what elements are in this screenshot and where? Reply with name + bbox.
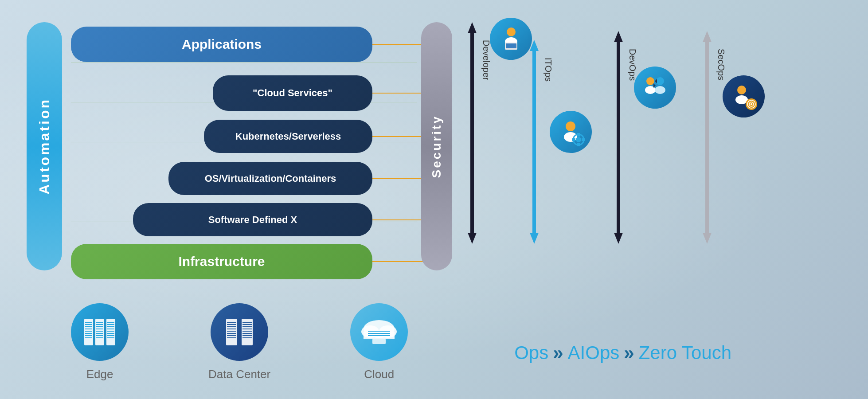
zero-touch-text: Zero Touch [639, 342, 731, 364]
devops-person-icon [641, 73, 669, 102]
svg-rect-74 [227, 329, 236, 329]
developer-arrow [465, 22, 479, 244]
svg-rect-57 [96, 331, 103, 332]
svg-rect-72 [227, 324, 236, 325]
layer-software-defined: Software Defined X [133, 203, 372, 236]
ops-progression: Ops » AIOps » Zero Touch [514, 342, 731, 364]
svg-rect-23 [582, 138, 585, 141]
svg-rect-83 [242, 331, 252, 332]
layer-kubernetes: Kubernetes/Serverless [204, 120, 372, 153]
edge-deployment: Edge [71, 303, 129, 381]
security-label: Security [430, 115, 444, 178]
svg-rect-61 [107, 322, 114, 323]
security-bar: Security [421, 22, 452, 270]
svg-rect-71 [227, 322, 236, 323]
devops-icon-circle [634, 66, 676, 109]
svg-rect-62 [107, 324, 114, 325]
datacenter-icon [211, 303, 268, 361]
datacenter-server-icon [222, 317, 257, 348]
svg-marker-6 [468, 22, 477, 33]
svg-point-19 [576, 137, 581, 142]
developer-label: Developer [481, 40, 491, 80]
edge-server-icon [82, 317, 117, 348]
svg-rect-63 [107, 326, 114, 327]
svg-rect-20 [577, 133, 580, 137]
svg-rect-45 [85, 322, 92, 323]
secops-label: SecOps [716, 49, 726, 80]
svg-marker-32 [653, 83, 656, 88]
cloud-deployment: Cloud [350, 303, 408, 381]
secops-arrow [700, 31, 714, 244]
secops-person-icon [729, 82, 758, 111]
svg-rect-65 [107, 331, 114, 332]
datacenter-deployment: Data Center [208, 303, 270, 381]
svg-rect-48 [85, 329, 92, 329]
svg-rect-56 [96, 329, 103, 329]
layer-os: OS/Virtualization/Containers [168, 162, 372, 195]
svg-rect-92 [368, 333, 390, 334]
svg-rect-55 [96, 326, 103, 327]
svg-rect-91 [368, 331, 390, 332]
svg-rect-14 [532, 51, 536, 233]
svg-point-30 [655, 86, 665, 94]
devops-section: DevOps [612, 31, 625, 246]
edge-label: Edge [86, 368, 113, 381]
main-diagram: Automation Applications "Cloud Services"… [27, 13, 842, 386]
itops-section: ITOps [528, 40, 541, 246]
automation-bar: Automation [27, 22, 62, 270]
svg-rect-58 [96, 333, 103, 334]
svg-rect-25 [617, 42, 620, 233]
svg-rect-34 [705, 42, 709, 233]
svg-marker-33 [703, 31, 712, 42]
svg-rect-54 [96, 324, 103, 325]
itops-arrow [528, 40, 541, 244]
grid-line-1 [71, 62, 417, 63]
svg-marker-24 [614, 31, 623, 42]
svg-rect-85 [242, 335, 252, 336]
svg-rect-75 [227, 331, 236, 332]
svg-rect-46 [85, 324, 92, 325]
svg-rect-68 [107, 337, 114, 338]
svg-rect-51 [85, 335, 92, 336]
automation-label: Automation [36, 98, 53, 195]
svg-point-36 [737, 86, 746, 94]
svg-rect-77 [227, 335, 236, 336]
svg-point-29 [656, 77, 664, 85]
developer-section: Developer [465, 22, 479, 246]
svg-rect-94 [372, 339, 386, 344]
svg-rect-73 [227, 326, 236, 327]
devops-label: DevOps [627, 49, 637, 81]
svg-rect-67 [107, 335, 114, 336]
svg-point-28 [645, 86, 656, 94]
svg-rect-53 [96, 322, 103, 323]
aiops-text: AIOps [568, 342, 620, 364]
svg-rect-79 [242, 322, 252, 323]
svg-rect-80 [242, 324, 252, 325]
svg-rect-47 [85, 326, 92, 327]
svg-rect-86 [242, 337, 252, 338]
datacenter-label: Data Center [208, 368, 270, 381]
svg-rect-78 [227, 337, 236, 338]
svg-marker-8 [468, 233, 477, 244]
svg-marker-35 [703, 233, 712, 244]
svg-rect-21 [577, 143, 580, 146]
edge-icon [71, 303, 129, 361]
layer-applications: Applications [71, 27, 372, 62]
svg-marker-13 [530, 40, 539, 51]
svg-rect-64 [107, 329, 114, 329]
svg-point-27 [646, 77, 654, 85]
svg-rect-82 [242, 329, 252, 329]
svg-rect-7 [470, 33, 474, 233]
secops-section: SecOps [700, 31, 714, 246]
svg-rect-81 [242, 326, 252, 327]
developer-icon-circle [490, 18, 532, 60]
svg-marker-15 [530, 233, 539, 244]
cloud-label: Cloud [364, 368, 394, 381]
svg-point-41 [751, 103, 752, 105]
bottom-section: Edge [71, 303, 731, 381]
svg-point-16 [566, 121, 575, 131]
layers-container: Applications "Cloud Services" Kubernetes… [71, 22, 417, 270]
svg-rect-66 [107, 333, 114, 334]
cloud-server-icon [359, 317, 399, 348]
svg-rect-59 [96, 335, 103, 336]
